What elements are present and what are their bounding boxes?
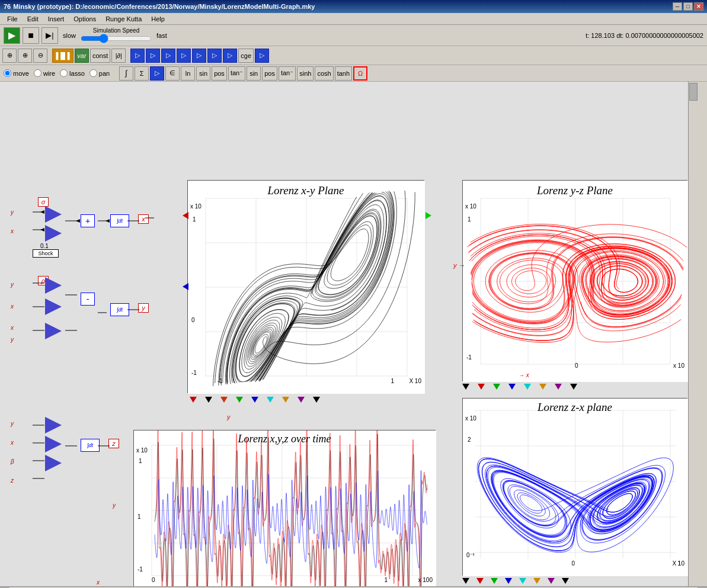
zh4[interactable]: [505, 578, 512, 584]
math-btn-pos[interactable]: pos: [212, 66, 227, 81]
math-btn-pos2[interactable]: pos: [262, 66, 277, 81]
mode-lasso[interactable]: lasso: [60, 69, 85, 77]
op-btn-3[interactable]: ▷: [161, 49, 175, 63]
maximize-button[interactable]: □: [683, 2, 693, 11]
y-output[interactable]: y: [138, 303, 149, 313]
menu-edit[interactable]: Edit: [23, 14, 43, 24]
cge-button[interactable]: cge: [238, 49, 254, 63]
godley-button[interactable]: ▐▐▌▌: [52, 49, 73, 63]
shock-block[interactable]: Shock: [33, 249, 59, 258]
h7[interactable]: [282, 397, 289, 403]
minus-block[interactable]: -: [81, 293, 95, 306]
x-output-1[interactable]: x: [138, 214, 149, 224]
math-btn-tan2[interactable]: tan⁻: [279, 66, 296, 81]
plot-yz-plane[interactable]: Lorenz y-z Plane x 10 1 -1 x 10 0: [462, 180, 687, 381]
op-btn-7[interactable]: ▷: [223, 49, 237, 63]
step-button[interactable]: ▶|: [41, 27, 58, 44]
zh6[interactable]: [533, 578, 540, 584]
mode-pan[interactable]: pan: [89, 69, 110, 77]
h1[interactable]: [190, 397, 197, 403]
zh2[interactable]: [476, 578, 484, 584]
close-button[interactable]: ✕: [694, 2, 703, 11]
menu-file[interactable]: File: [2, 14, 23, 24]
zh7[interactable]: [548, 578, 555, 584]
menu-options[interactable]: Options: [69, 14, 101, 24]
stop-button[interactable]: ■: [23, 27, 39, 44]
h9[interactable]: [313, 397, 320, 403]
ts-x1: 1: [384, 577, 388, 583]
handle-blue-left-1[interactable]: [183, 283, 188, 290]
op-btn-6[interactable]: ▷: [207, 49, 222, 63]
zh1[interactable]: [462, 578, 469, 584]
h6[interactable]: [267, 397, 274, 403]
math-btn-ln[interactable]: ln: [181, 66, 195, 81]
math-btn-in[interactable]: ∈: [165, 66, 180, 81]
bh6[interactable]: [539, 384, 546, 390]
integrator-3[interactable]: ∫dt: [81, 439, 100, 452]
math-btn-int[interactable]: ∫: [119, 66, 133, 81]
math-btn-cosh[interactable]: cosh: [315, 66, 333, 81]
plot-ts-canvas: [134, 430, 436, 586]
h2[interactable]: [205, 397, 212, 403]
y-input-1: y: [11, 209, 14, 216]
math-btn-sin2[interactable]: sin: [247, 66, 261, 81]
play-button[interactable]: ▶: [4, 27, 20, 44]
handle-red-left-1[interactable]: [183, 212, 188, 219]
plot-timeseries[interactable]: Lorenz x,y,z over time x 10 1 1 -1 0 1 x…: [133, 430, 436, 586]
bh3[interactable]: [493, 384, 500, 390]
sigma-var[interactable]: σ: [38, 197, 49, 207]
h4[interactable]: [236, 397, 243, 403]
h3[interactable]: [220, 397, 228, 403]
menu-insert[interactable]: Insert: [43, 14, 69, 24]
plot-xy-plane[interactable]: Lorenz x-y Plane x 10 1 0 -1 -1 1 X 10: [187, 180, 424, 393]
plot-zx-plane[interactable]: Lorenz z-x plane x 10 2 0⁻¹ X 10 0 1: [462, 398, 687, 576]
op-btn-2[interactable]: ▷: [146, 49, 160, 63]
math-btn-sum[interactable]: Σ: [135, 66, 149, 81]
plus-block-1[interactable]: +: [81, 214, 95, 227]
menu-rungekutta[interactable]: Runge Kutta: [101, 14, 146, 24]
z-output[interactable]: z: [108, 439, 119, 448]
bh7[interactable]: [555, 384, 562, 390]
bh1[interactable]: [462, 384, 469, 390]
var-button[interactable]: var: [75, 49, 89, 63]
math-btn-omega[interactable]: Ω: [353, 66, 367, 81]
handle-green-right-1[interactable]: [426, 212, 431, 219]
h5[interactable]: [251, 397, 258, 403]
zoom-out-button[interactable]: ⊖: [33, 49, 47, 63]
scrollbar-right[interactable]: [688, 82, 698, 586]
op-btn-1[interactable]: ▷: [130, 49, 145, 63]
math-btn-tan[interactable]: tan⁻: [228, 66, 245, 81]
speed-slider[interactable]: [81, 34, 152, 43]
deriv-button[interactable]: |∂|: [111, 49, 126, 63]
h8[interactable]: [297, 397, 305, 403]
math-btn-tanh[interactable]: tanh: [335, 66, 352, 81]
op-btn-4[interactable]: ▷: [177, 49, 191, 63]
math-btn-sinh[interactable]: sinh: [297, 66, 313, 81]
zoom-in-button[interactable]: ⊕: [2, 49, 17, 63]
plot2-bottom-handles: [462, 384, 577, 390]
scrollbar-thumb[interactable]: [689, 83, 698, 101]
window-title: Minsky (prototype): D:/economic/Conferen…: [13, 3, 315, 10]
op-btn-8[interactable]: ▷: [255, 49, 269, 63]
math-btn-sin[interactable]: sin: [196, 66, 210, 81]
bh2[interactable]: [478, 384, 485, 390]
op-btn-5[interactable]: ▷: [192, 49, 206, 63]
menu-help[interactable]: Help: [146, 14, 169, 24]
const-button[interactable]: const: [90, 49, 110, 63]
minimize-button[interactable]: ─: [673, 2, 682, 11]
mode-move[interactable]: move: [4, 69, 29, 77]
zh8[interactable]: [562, 578, 569, 584]
integrator-2[interactable]: ∫dt: [110, 303, 129, 316]
main-canvas[interactable]: σ y x + ∫dt x 0.1 Shock ρ y x x y - ∫dt …: [0, 82, 698, 586]
mode-wire[interactable]: wire: [34, 69, 55, 77]
plot-xy-y1: 1: [193, 216, 196, 223]
math-btn-r1[interactable]: ▷: [150, 66, 164, 81]
bh4[interactable]: [508, 384, 516, 390]
zoom-fit-button[interactable]: ⊕: [18, 49, 32, 63]
zh5[interactable]: [519, 578, 526, 584]
integrator-1[interactable]: ∫dt: [110, 214, 129, 227]
zh3[interactable]: [491, 578, 498, 584]
bh8[interactable]: [570, 384, 577, 390]
bh5[interactable]: [524, 384, 531, 390]
plot-yz-xscale: x 10: [673, 362, 684, 369]
